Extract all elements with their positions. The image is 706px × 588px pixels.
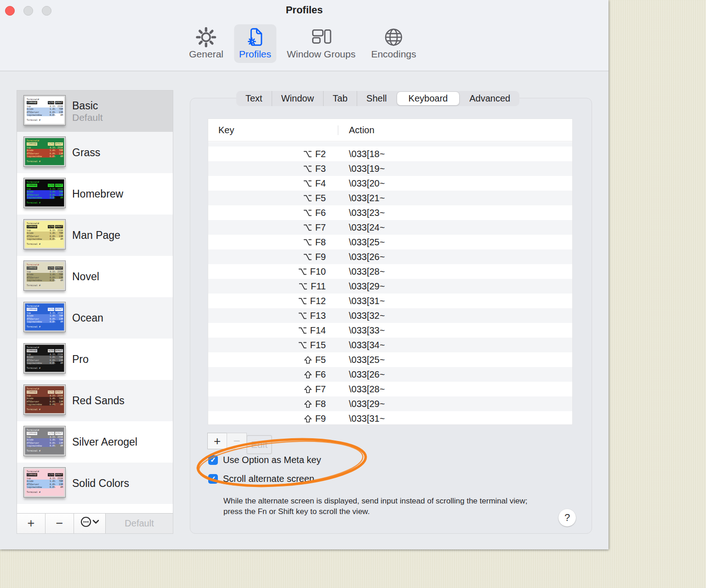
key-mapping-row[interactable]: F6 \033[23~ <box>208 205 572 220</box>
window-groups-icon <box>311 27 332 48</box>
add-profile-button[interactable]: + <box>17 514 46 533</box>
action-value: \033[23~ <box>349 208 385 218</box>
scroll-alternate-help-text: While the alternate screen is displayed,… <box>223 496 536 517</box>
toolbar-item-general[interactable]: General <box>184 24 228 63</box>
toolbar-item-profiles[interactable]: Profiles <box>234 24 276 63</box>
key-mapping-row[interactable]: F5 \033[21~ <box>208 191 572 205</box>
key-mapping-row[interactable]: F7 \033[28~ <box>208 382 572 396</box>
thumb-header: COMMAND %CPU RPRVT <box>27 225 63 228</box>
profile-row-silver-aerogel[interactable]: Terminal# COMMAND %CPU RPRVT top4.1%231K… <box>17 421 173 463</box>
thumb-chip: COMMAND <box>27 266 37 269</box>
key-mapping-row[interactable]: F15 \033[34~ <box>208 338 572 352</box>
action-value: \033[29~ <box>349 281 385 292</box>
profile-row-red-sands[interactable]: Terminal# COMMAND %CPU RPRVT top4.1%231K… <box>17 380 173 421</box>
tab-text[interactable]: Text <box>236 91 272 106</box>
thumb-title: Terminal# <box>27 181 63 183</box>
key-mapping-row[interactable]: F8 \033[29~ <box>208 396 572 411</box>
key-mapping-row[interactable]: F11 \033[29~ <box>208 279 572 294</box>
profile-row-pro[interactable]: Terminal# COMMAND %CPU RPRVT top4.1%231K… <box>17 339 173 380</box>
key-mapping-row[interactable]: F10 \033[28~ <box>208 264 572 279</box>
key-mapping-row[interactable]: F7 \033[24~ <box>208 220 572 235</box>
option-key-icon <box>303 150 312 158</box>
option-key-icon <box>298 341 307 350</box>
key-mapping-row[interactable]: F9 \033[26~ <box>208 249 572 264</box>
option-key-icon <box>298 311 307 320</box>
key-mapping-row[interactable]: F3 \033[19~ <box>208 161 572 176</box>
key-mapping-row[interactable]: F6 \033[26~ <box>208 367 572 382</box>
action-value: \033[19~ <box>349 164 385 174</box>
add-key-mapping-button[interactable]: + <box>207 433 227 449</box>
tab-shell[interactable]: Shell <box>357 91 396 106</box>
thumb-chip: %CPU <box>48 184 54 187</box>
key-mapping-row[interactable]: F5 \033[25~ <box>208 352 572 367</box>
profile-row-man-page[interactable]: Terminal# COMMAND %CPU RPRVT top4.1%231K… <box>17 215 173 256</box>
column-divider[interactable] <box>338 125 338 135</box>
remove-profile-button[interactable]: − <box>46 514 74 533</box>
key-mapping-row[interactable]: F9 \033[31~ <box>208 411 572 424</box>
thumb-chip: RPRVT <box>55 308 63 311</box>
key-mapping-row[interactable]: F8 \033[25~ <box>208 235 572 249</box>
thumb-row: loginwindow0.0%4M <box>27 444 63 447</box>
checkbox[interactable]: ✓ <box>208 474 218 484</box>
profile-row-solid-colors[interactable]: Terminal# COMMAND %CPU RPRVT top4.1%231K… <box>17 463 173 504</box>
option-key-icon <box>303 179 312 188</box>
action-value: \033[25~ <box>349 355 385 365</box>
profile-row-homebrew[interactable]: Terminal# COMMAND %CPU RPRVT top4.1%231K… <box>17 173 173 215</box>
thumb-title: Terminal# <box>27 139 63 142</box>
action-value: \033[31~ <box>349 296 385 306</box>
option-key-icon <box>303 164 312 173</box>
action-value: \033[31~ <box>349 413 385 424</box>
key-label: F9 <box>315 413 326 424</box>
profile-row-ocean[interactable]: Terminal# COMMAND %CPU RPRVT top4.1%231K… <box>17 297 173 339</box>
thumb-row: loginwindow0.0%4M <box>27 279 63 282</box>
remove-key-mapping-button[interactable]: − <box>227 433 247 449</box>
thumb-rows: top4.1%231KXcode1.4%78MATSServer0.0%13Ml… <box>27 394 63 406</box>
checkbox-label: Scroll alternate screen <box>223 474 314 484</box>
option-key-icon <box>298 326 307 335</box>
thumb-chip: %CPU <box>48 349 54 352</box>
profile-row-novel[interactable]: Terminal# COMMAND %CPU RPRVT top4.1%231K… <box>17 256 173 297</box>
thumb-chip: COMMAND <box>27 349 37 352</box>
edit-key-mapping-button[interactable]: Edit <box>246 435 272 454</box>
option-key-icon <box>298 267 307 276</box>
column-header-key[interactable]: Key <box>218 119 234 141</box>
thumb-title: Terminal# <box>27 346 63 349</box>
toolbar-item-encodings[interactable]: Encodings <box>366 24 421 63</box>
thumb-chip: RPRVT <box>55 390 63 393</box>
profile-row-grass[interactable]: Terminal# COMMAND %CPU RPRVT top4.1%231K… <box>17 132 173 173</box>
key-mapping-row[interactable]: F14 \033[33~ <box>208 323 572 338</box>
key-mapping-row[interactable]: F12 \033[31~ <box>208 294 572 308</box>
key-mapping-row[interactable]: F13 \033[32~ <box>208 308 572 323</box>
tab-window[interactable]: Window <box>272 91 323 106</box>
profiles-list: Terminal# COMMAND %CPU RPRVT top4.1%231K… <box>17 90 173 513</box>
tab-keyboard[interactable]: Keyboard <box>397 92 460 105</box>
profile-name: Grass <box>72 147 170 158</box>
profile-row-basic[interactable]: Terminal# COMMAND %CPU RPRVT top4.1%231K… <box>17 90 173 132</box>
tab-advanced[interactable]: Advanced <box>460 91 519 106</box>
shift-key-icon <box>304 414 312 423</box>
key-mapping-row[interactable]: F2 \033[18~ <box>208 147 572 161</box>
checkbox[interactable]: ✓ <box>208 455 218 465</box>
profiles-sidebar: Terminal# COMMAND %CPU RPRVT top4.1%231K… <box>17 90 173 534</box>
default-button[interactable]: Default <box>106 514 173 533</box>
profile-name: Solid Colors <box>72 477 170 489</box>
profile-name: Basic <box>72 100 170 112</box>
column-header-action[interactable]: Action <box>349 119 375 141</box>
profile-thumbnail: Terminal# COMMAND %CPU RPRVT top4.1%231K… <box>23 260 66 291</box>
checkbox-row-scroll-alternate-screen[interactable]: ✓ Scroll alternate screen <box>208 472 321 485</box>
checkbox-row-use-option-as-meta-key[interactable]: ✓ Use Option as Meta key <box>208 453 321 466</box>
toolbar-item-window-groups[interactable]: Window Groups <box>282 24 360 63</box>
profile-name: Novel <box>72 271 170 283</box>
window-title: Profiles <box>0 4 609 16</box>
profile-action-menu-button[interactable] <box>74 514 106 533</box>
action-value: \033[29~ <box>349 399 385 409</box>
thumb-row: loginwindow0.0%4M <box>27 403 63 406</box>
key-label: F7 <box>315 222 326 233</box>
table-rows: F2 \033[18~ F3 \033[19~ F4 \033[20~ F5 \… <box>208 142 572 424</box>
thumb-chip: RPRVT <box>55 473 63 476</box>
key-mapping-row[interactable]: F4 \033[20~ <box>208 176 572 191</box>
help-button[interactable]: ? <box>558 509 576 526</box>
tab-tab[interactable]: Tab <box>323 91 357 106</box>
option-key-icon <box>298 282 307 291</box>
thumb-title: Terminal# <box>27 98 63 101</box>
